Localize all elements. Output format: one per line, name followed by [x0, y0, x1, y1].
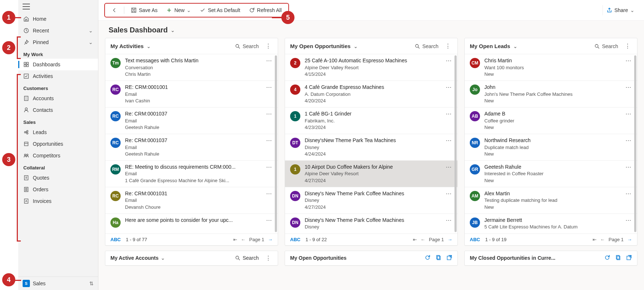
list-item[interactable]: HaHere are some points to consider for y…	[105, 213, 278, 231]
refresh-all-button[interactable]: Refresh All	[245, 5, 285, 15]
row-subtitle2: New	[484, 204, 620, 211]
first-page-icon[interactable]: ⇤	[413, 237, 417, 242]
expand-icon[interactable]	[626, 255, 632, 262]
row-more-icon[interactable]: ⋯	[265, 110, 273, 117]
row-more-icon[interactable]: ⋯	[265, 190, 273, 197]
next-page-icon[interactable]: →	[268, 237, 273, 242]
next-page-icon[interactable]: →	[627, 237, 632, 242]
list-item[interactable]: NRNorthwind ResearchDuplicate match lead…	[465, 134, 637, 160]
abc-button[interactable]: ABC	[110, 237, 121, 242]
list-item[interactable]: RCRe: CRM:0001037EmailGeetesh Rahule⋯	[105, 134, 278, 160]
new-button[interactable]: New ⌄	[163, 5, 195, 15]
list-item[interactable]: 11 Café BG-1 GrinderFabrikam, Inc.4/23/2…	[285, 107, 457, 134]
nav-leads[interactable]: Leads	[18, 126, 98, 138]
first-page-icon[interactable]: ⇤	[593, 237, 597, 242]
nav-dashboards[interactable]: Dashboards	[18, 59, 98, 70]
scrollbar[interactable]	[454, 55, 457, 232]
list-item[interactable]: 110 Airpot Duo Coffee Makers for AlpineA…	[285, 160, 457, 187]
back-button[interactable]	[108, 5, 121, 15]
list-item[interactable]: DTDisney'sNew Theme Park Tea MachinesDis…	[285, 134, 457, 160]
list-item[interactable]: RCRE: CRM:0001001EmailIvan Cashin⋯	[105, 81, 278, 107]
search-button[interactable]: Search	[414, 43, 438, 49]
abc-button[interactable]: ABC	[290, 237, 300, 242]
set-default-button[interactable]: Set As Default	[196, 5, 244, 15]
chevron-down-icon[interactable]: ⌄	[161, 255, 165, 261]
row-more-icon[interactable]: ⋯	[625, 137, 632, 144]
row-more-icon[interactable]: ⋯	[445, 190, 452, 197]
row-more-icon[interactable]: ⋯	[625, 164, 632, 171]
row-more-icon[interactable]: ⋯	[445, 217, 452, 224]
row-more-icon[interactable]: ⋯	[625, 57, 632, 64]
list-item[interactable]: DNDisney's New Theme Park Coffee Machine…	[285, 213, 457, 234]
list-item[interactable]: RCRe: CRM:0001031EmailDevansh Choure⋯	[105, 187, 278, 213]
list-item[interactable]: GRGeetesh RahuleInterested in Coffee Roa…	[465, 160, 637, 187]
row-more-icon[interactable]: ⋯	[445, 57, 452, 64]
search-button[interactable]: Search	[235, 255, 259, 262]
save-as-button[interactable]: Save As	[127, 5, 161, 15]
refresh-icon[interactable]	[425, 255, 430, 262]
list-item[interactable]: 44 Café Grande Espresso MachinesA. Datum…	[285, 81, 457, 107]
hamburger-icon[interactable]	[23, 4, 30, 9]
row-more-icon[interactable]: ⋯	[265, 57, 273, 64]
list-item[interactable]: DNDisney's New Theme Park Coffee Machine…	[285, 187, 457, 213]
nav-activities[interactable]: Activities	[18, 70, 98, 82]
search-button[interactable]: Search	[594, 43, 618, 49]
more-icon[interactable]: ⋮	[264, 255, 273, 262]
list-item[interactable]: TmText messages with Chris MartinConvers…	[105, 54, 278, 81]
more-icon[interactable]: ⋮	[264, 43, 273, 50]
nav-accounts[interactable]: Accounts	[18, 93, 98, 104]
row-more-icon[interactable]: ⋯	[265, 164, 273, 171]
list-item[interactable]: 225 Café A-100 Automatic Espresso Machin…	[285, 54, 457, 81]
page-label: Page 1	[429, 237, 444, 242]
row-more-icon[interactable]: ⋯	[625, 190, 632, 197]
nav-invoices[interactable]: Invoices	[18, 195, 98, 207]
nav-quotes[interactable]: Quotes	[18, 172, 98, 184]
list-item[interactable]: AMAlex MartinTesting duplicate matching …	[465, 187, 637, 213]
prev-page-icon[interactable]: ←	[600, 237, 605, 242]
nav-home[interactable]: Home	[18, 13, 98, 25]
chevron-down-icon[interactable]: ⌄	[147, 43, 151, 49]
row-more-icon[interactable]: ⋯	[445, 164, 452, 171]
first-page-icon[interactable]: ⇤	[233, 237, 237, 242]
expand-icon[interactable]	[446, 255, 452, 262]
nav-contacts[interactable]: Contacts	[18, 104, 98, 116]
refresh-icon[interactable]	[604, 255, 610, 262]
row-more-icon[interactable]: ⋯	[625, 110, 632, 117]
chevron-down-icon[interactable]: ⌄	[354, 43, 358, 49]
abc-button[interactable]: ABC	[470, 237, 480, 242]
scrollbar[interactable]	[634, 55, 636, 232]
next-page-icon[interactable]: →	[448, 237, 452, 242]
list-item[interactable]: ABAdame BCoffee grinderNew⋯	[465, 107, 637, 134]
nav-competitors[interactable]: Competitors	[18, 150, 98, 161]
nav-recent[interactable]: Recent ⌄	[18, 25, 98, 36]
row-subtitle: Interested in Coffee Roaster	[484, 171, 620, 177]
list-item[interactable]: RMRE: Meeting to discuss requirements CR…	[105, 160, 278, 187]
more-icon[interactable]: ⋮	[444, 43, 452, 50]
sidebar-footer[interactable]: S Sales ⇅	[18, 277, 98, 290]
prev-page-icon[interactable]: ←	[421, 237, 425, 242]
records-icon[interactable]	[436, 255, 441, 262]
row-more-icon[interactable]: ⋯	[265, 217, 273, 224]
row-more-icon[interactable]: ⋯	[625, 217, 632, 224]
more-icon[interactable]: ⋮	[623, 43, 632, 50]
row-more-icon[interactable]: ⋯	[625, 84, 632, 91]
row-more-icon[interactable]: ⋯	[445, 84, 452, 91]
row-more-icon[interactable]: ⋯	[265, 84, 273, 91]
row-more-icon[interactable]: ⋯	[265, 137, 273, 144]
search-button[interactable]: Search	[235, 43, 259, 49]
chevron-down-icon[interactable]: ⌄	[171, 27, 175, 33]
share-button[interactable]: Share ⌄	[602, 5, 638, 15]
list-item[interactable]: JBJermaine Berrett5 Café Lite Espresso M…	[465, 213, 637, 234]
row-more-icon[interactable]: ⋯	[445, 110, 452, 117]
scrollbar[interactable]	[275, 55, 277, 232]
row-more-icon[interactable]: ⋯	[445, 137, 452, 144]
nav-pinned[interactable]: Pinned ⌄	[18, 36, 98, 48]
chevron-down-icon[interactable]: ⌄	[513, 43, 518, 49]
list-item[interactable]: CMChris MartinWant 100 monitorsNew⋯	[465, 54, 637, 81]
list-item[interactable]: RCRe: CRM:0001037EmailGeetesh Rahule⋯	[105, 107, 278, 134]
records-icon[interactable]	[615, 255, 621, 262]
nav-opportunities[interactable]: Opportunities	[18, 138, 98, 150]
list-item[interactable]: JoJohnJohn's New Theme Park Coffee Machi…	[465, 81, 637, 107]
prev-page-icon[interactable]: ←	[241, 237, 246, 242]
nav-orders[interactable]: Orders	[18, 184, 98, 195]
